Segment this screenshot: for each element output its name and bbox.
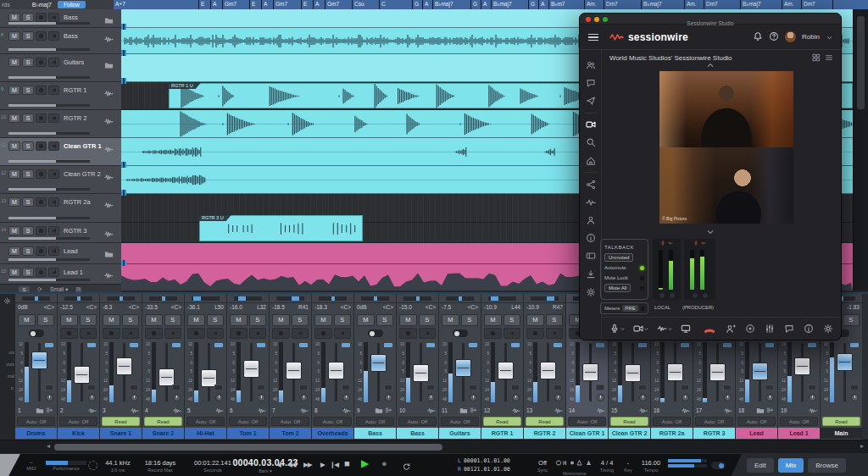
automation-mode[interactable]: Auto: Off	[780, 417, 818, 426]
record-arm-button[interactable]	[145, 328, 163, 339]
monitor-button[interactable]	[48, 197, 59, 207]
solo-button[interactable]: S	[22, 197, 34, 207]
track-volume-slider[interactable]	[8, 48, 90, 51]
channel-name[interactable]: Bass	[397, 428, 438, 439]
mute-button[interactable]: M	[8, 268, 20, 277]
fader-handle[interactable]	[709, 363, 726, 381]
record-arm-button[interactable]	[36, 31, 47, 41]
solo-button[interactable]: S	[22, 13, 34, 22]
track-header-rgtr-3[interactable]: 14MSRGTR 3	[0, 223, 121, 243]
track-name[interactable]: Bass	[64, 32, 78, 40]
fader-handle[interactable]	[455, 359, 471, 377]
track-name[interactable]: Clean GTR 1	[64, 142, 102, 150]
channel-name[interactable]: Kick	[58, 428, 99, 439]
insert-slot[interactable]	[426, 343, 435, 347]
volume-value[interactable]: -36.1	[187, 304, 200, 313]
chord-cell[interactable]: Am.	[685, 0, 704, 9]
channel-name[interactable]: Bass	[354, 428, 396, 439]
channel-knob[interactable]	[554, 394, 562, 401]
solo-button[interactable]: S	[334, 314, 352, 326]
avatar[interactable]	[785, 31, 796, 42]
record-arm-button[interactable]	[36, 141, 47, 151]
mixer-channel-bass[interactable]: -15.0<C>MS1050512244810Auto: OffBass	[397, 294, 438, 441]
mute-button[interactable]: M	[526, 314, 544, 326]
track-header-lead-1[interactable]: 15MSLead 1	[0, 264, 121, 284]
channel-name[interactable]: Clean GTR 2	[609, 428, 650, 439]
channel-toggle[interactable]	[368, 329, 383, 337]
solo-button[interactable]: S	[22, 141, 34, 151]
track-volume-slider[interactable]	[8, 258, 90, 261]
channel-knob[interactable]	[385, 394, 392, 401]
volume-value[interactable]: -10.9	[526, 304, 539, 313]
record-arm-button[interactable]	[187, 328, 205, 339]
channel-knob[interactable]	[724, 394, 732, 401]
pan-control[interactable]	[227, 294, 269, 303]
maximize-icon[interactable]	[603, 17, 608, 22]
scrollbar-handle[interactable]	[54, 444, 442, 451]
mute-button[interactable]: M	[442, 314, 459, 326]
fader-handle[interactable]	[31, 351, 47, 369]
activity-icon[interactable]	[584, 196, 598, 209]
channel-knob[interactable]	[851, 394, 859, 401]
mute-icon[interactable]	[693, 293, 698, 298]
record-arm-button[interactable]	[36, 197, 47, 207]
volume-value[interactable]: 0dB	[357, 304, 367, 313]
channel-toggle[interactable]	[29, 329, 44, 337]
solo-button[interactable]: S	[249, 314, 267, 326]
chord-cell[interactable]: A	[539, 0, 548, 9]
channel-name[interactable]: RGTR 1	[481, 428, 523, 439]
mute-button[interactable]: M	[8, 169, 20, 179]
pan-value[interactable]: L50	[214, 304, 224, 313]
chord-cell[interactable]: Am.	[585, 0, 604, 9]
pan-control[interactable]	[58, 294, 99, 303]
automation-mode[interactable]: Auto: Off	[17, 417, 55, 426]
automation-mode[interactable]: Read	[483, 417, 521, 426]
monitor-button[interactable]	[48, 169, 59, 179]
channel-knob[interactable]	[258, 394, 265, 401]
automation-mode[interactable]: Auto: Off	[356, 417, 394, 426]
pan-value[interactable]: <C>	[468, 304, 478, 313]
solo-button[interactable]: S	[22, 113, 34, 123]
tempo-display[interactable]: 116.00 Tempo	[636, 456, 666, 475]
lane-resize-handle[interactable]	[121, 24, 127, 30]
chord-cell[interactable]: A	[314, 0, 325, 9]
track-volume-slider[interactable]	[8, 160, 90, 163]
chord-cell[interactable]: G	[471, 0, 481, 9]
solo-button[interactable]: S	[122, 314, 140, 326]
track-name[interactable]: RGTR 2	[64, 114, 87, 122]
solo-button[interactable]: S	[22, 169, 34, 179]
stop-button[interactable]: ■	[344, 458, 349, 468]
insert-slot[interactable]	[384, 343, 392, 347]
channel-name[interactable]: Hi-Hat	[185, 428, 226, 439]
info-button[interactable]	[804, 324, 814, 334]
gear-icon[interactable]	[584, 285, 598, 299]
mute-button[interactable]: M	[60, 314, 78, 326]
mixer-channel-guitars[interactable]: -7.5<C>MS1050512244811Auto: OffGuitars	[439, 294, 481, 441]
automation-mode[interactable]: Auto: Off	[59, 417, 97, 426]
channel-knob[interactable]	[809, 394, 816, 401]
monitor-button[interactable]	[48, 226, 59, 235]
minimize-icon[interactable]	[594, 17, 599, 22]
mute-button[interactable]: M	[272, 314, 290, 326]
insert-slot[interactable]	[469, 343, 477, 347]
fader-handle[interactable]	[667, 363, 683, 381]
solo-button[interactable]: S	[843, 314, 860, 326]
search-icon[interactable]	[584, 136, 598, 149]
channel-name[interactable]: Drums	[15, 428, 57, 439]
scroll-right-icon[interactable]: ▸	[860, 442, 864, 450]
track-header-guitars[interactable]: MSGuitars	[0, 54, 121, 82]
arrange-vertical-scrollbar[interactable]	[853, 9, 868, 291]
monitor-button[interactable]	[122, 328, 140, 339]
home-icon[interactable]	[584, 154, 598, 168]
automute-label[interactable]: Automute	[604, 265, 626, 270]
channel-knob[interactable]	[766, 394, 774, 401]
pan-value[interactable]: L44	[511, 304, 520, 313]
chord-cell[interactable]: G	[413, 0, 422, 9]
record-arm-button[interactable]	[314, 328, 332, 339]
automation-mode[interactable]: Auto: Off	[229, 417, 267, 426]
person-plus-button[interactable]	[726, 324, 736, 334]
track-volume-slider[interactable]	[8, 104, 90, 107]
solo-button[interactable]: S	[80, 314, 97, 326]
insert-slot[interactable]	[257, 343, 265, 347]
chevron-down-icon[interactable]	[826, 30, 833, 45]
